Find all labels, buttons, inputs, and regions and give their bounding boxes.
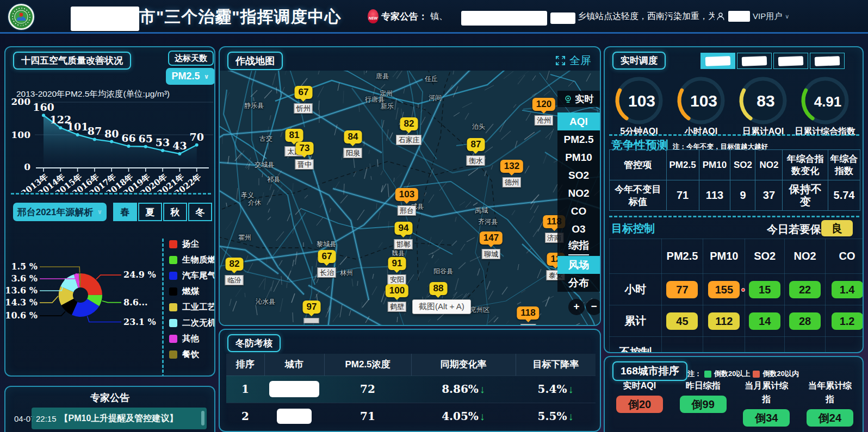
svg-text:53: 53 xyxy=(156,136,170,148)
winter-rank: 2 xyxy=(226,403,264,430)
target-row-label: 小时 xyxy=(610,274,662,305)
source-analysis-select[interactable]: 邢台2021年源解析 ∨ xyxy=(13,203,107,221)
map-marker-city xyxy=(520,324,536,325)
announcement-entry[interactable]: 22:15 【PM10上升提醒及管控建议】 xyxy=(32,408,207,429)
dispatch-tab-3[interactable] xyxy=(773,53,808,69)
redaction-announcement xyxy=(550,12,575,24)
prediction-cell: 37 xyxy=(755,180,783,211)
redaction-city xyxy=(277,409,312,424)
svg-text:103: 103 xyxy=(690,92,717,110)
target-col-header: NO2 xyxy=(785,239,826,274)
map-region-label: 林州 xyxy=(340,268,353,278)
map-menu-分布[interactable]: 分布 xyxy=(557,274,600,292)
legend-item[interactable]: 燃煤 xyxy=(169,284,215,299)
dispatch-tab-4[interactable] xyxy=(810,53,845,69)
map-marker-value: 100 xyxy=(386,284,408,297)
map-marker-value: 87 xyxy=(467,138,485,151)
legend-item[interactable]: 其他 xyxy=(169,331,215,347)
map-marker[interactable]: 94邯郸 xyxy=(395,222,413,235)
map-marker[interactable]: 132德州 xyxy=(500,160,523,173)
map-marker-value: 94 xyxy=(395,222,413,235)
map-marker[interactable]: 97 xyxy=(303,300,321,314)
value-badge: 22 xyxy=(789,281,821,298)
legend-item[interactable]: 二次无机源 xyxy=(169,315,215,331)
map-marker-city: 沧州 xyxy=(535,115,553,126)
map-marker[interactable]: 67忻州 xyxy=(295,86,313,99)
dashed-divider xyxy=(11,193,211,195)
user-menu[interactable]: VIP用户 ∨ xyxy=(716,11,789,22)
map-marker[interactable]: 91安阳 xyxy=(388,257,406,270)
legend-label: 扬尘 xyxy=(182,239,199,250)
winter-row[interactable]: 1728.86%↓5.4%↓ xyxy=(226,375,596,403)
map-marker-city: 聊城 xyxy=(482,249,500,259)
map-menu-综指[interactable]: 综指 xyxy=(557,238,600,256)
map-marker[interactable]: 82临汾 xyxy=(226,258,244,271)
scrollbar-thumb[interactable] xyxy=(201,411,204,425)
map-menu-PM10[interactable]: PM10 xyxy=(557,148,600,166)
map-marker[interactable]: 103邢台 xyxy=(395,188,418,201)
map-marker[interactable]: 100鹤壁 xyxy=(386,284,408,297)
map-region-label: 祁县 xyxy=(267,175,280,184)
map-marker[interactable]: 118 xyxy=(517,306,539,320)
prediction-col-header: SO2 xyxy=(730,150,755,180)
map-menu-O3[interactable]: O3 xyxy=(557,220,600,238)
map-marker-city: 衡水 xyxy=(467,155,485,166)
zoom-in-button[interactable]: + xyxy=(568,299,585,315)
zoom-out-button[interactable]: − xyxy=(586,299,600,315)
map-marker[interactable]: 82石家庄 xyxy=(400,117,418,130)
map-marker[interactable]: 67长治 xyxy=(318,250,336,263)
map-menu-CO[interactable]: CO xyxy=(557,202,600,220)
trend-chart: 1601221018780666553437001002002013年2014年… xyxy=(5,98,215,192)
map-marker[interactable]: 84阳泉 xyxy=(344,130,362,143)
realtime-dispatch-panel: 实时调度 1035分钟AQI103小时AQI83日累计AQI4.91日累计综合指… xyxy=(604,46,864,353)
season-tab-冬[interactable]: 冬 xyxy=(188,203,212,221)
map-region-label: 静乐县 xyxy=(244,101,264,110)
svg-text:13.6 %: 13.6 % xyxy=(5,285,38,296)
map-marker[interactable]: 88濮阳 xyxy=(430,282,448,295)
map-menu-AQI[interactable]: AQI xyxy=(557,112,600,130)
map-marker[interactable]: 120沧州 xyxy=(532,98,555,111)
svg-text:14.3 %: 14.3 % xyxy=(5,297,38,308)
map-menu-风场[interactable]: 风场 xyxy=(557,256,600,274)
legend-label: 倒数20以内 xyxy=(762,369,798,379)
value-badge xyxy=(708,353,740,353)
map-canvas[interactable]: 唐县任丘定州河间静乐县行唐县新乐晋州辛集泊头古交交城县祁县孝义介休威县禹城霍州黎… xyxy=(220,71,600,325)
legend-item[interactable]: 餐饮 xyxy=(169,347,215,362)
target-cell: 1.2 xyxy=(826,305,864,337)
map-menu-PM2.5[interactable]: PM2.5 xyxy=(557,130,600,148)
standard-days-button[interactable]: 达标天数 xyxy=(168,51,214,66)
map-marker[interactable]: 87衡水 xyxy=(467,138,485,151)
dispatch-tab-2[interactable] xyxy=(737,53,772,69)
season-tab-春[interactable]: 春 xyxy=(113,203,137,221)
legend-item[interactable]: 工业工艺 xyxy=(169,299,215,315)
dispatch-tabs xyxy=(700,53,845,69)
legend-item[interactable]: 扬尘 xyxy=(169,236,215,252)
season-tab-夏[interactable]: 夏 xyxy=(138,203,162,221)
pollutant-select[interactable]: PM2.5 ∨ xyxy=(166,68,215,85)
target-cell xyxy=(703,337,745,354)
winter-col-header: 同期变化率 xyxy=(411,354,516,375)
map-menu-NO2[interactable]: NO2 xyxy=(557,184,600,202)
legend-item[interactable]: 汽车尾气 xyxy=(169,268,215,284)
legend-swatch xyxy=(169,272,177,280)
winter-row[interactable]: 2714.05%↓5.5%↓ xyxy=(226,403,596,430)
map-region-label: 沁水县 xyxy=(256,297,275,306)
map-marker[interactable]: 147聊城 xyxy=(480,231,503,245)
prediction-col-header: 年综合指数 xyxy=(828,150,860,180)
legend-item[interactable]: 生物质燃烧 xyxy=(169,252,215,268)
epb-logo-icon: ZHB xyxy=(7,2,36,32)
map-menu-SO2[interactable]: SO2 xyxy=(557,166,600,184)
map-marker-city xyxy=(304,318,319,323)
target-col-header: SO2 xyxy=(745,239,785,274)
map-marker[interactable]: 81太原 xyxy=(286,129,303,142)
dispatch-tab-1[interactable] xyxy=(700,53,735,69)
map-marker-city: 德州 xyxy=(503,177,521,187)
season-tab-秋[interactable]: 秋 xyxy=(163,203,187,221)
map-menu-live[interactable]: 实时 xyxy=(557,91,600,107)
legend-swatch-green xyxy=(704,371,711,378)
fullscreen-button[interactable]: 全屏 xyxy=(555,53,591,68)
svg-text:80: 80 xyxy=(104,128,119,140)
map-marker[interactable]: 73晋中 xyxy=(296,142,314,155)
ranking-badge: 倒24 xyxy=(807,409,853,427)
value-badge: 112 xyxy=(708,312,740,330)
